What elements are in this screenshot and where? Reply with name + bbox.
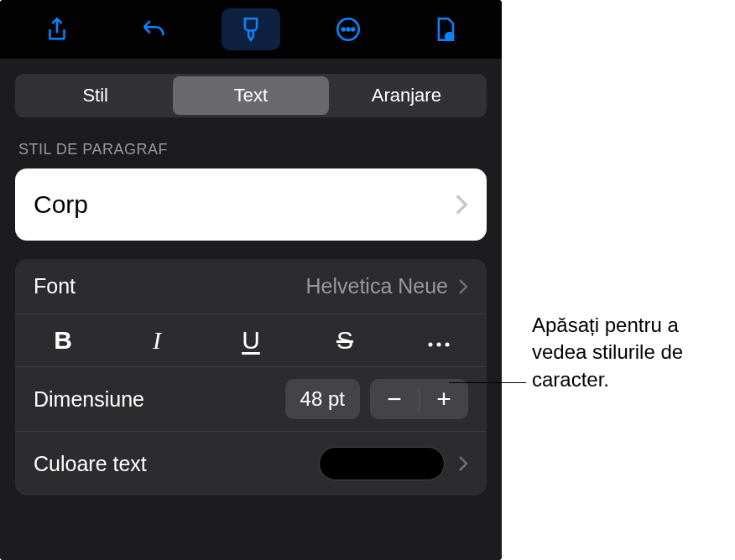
svg-point-1 [341,29,344,31]
top-toolbar [0,0,502,59]
bold-button[interactable]: B [34,326,92,355]
document-view-icon [430,15,459,44]
undo-icon [139,15,168,44]
share-icon [43,15,71,44]
brush-icon [237,15,265,44]
size-row: Dimensiune 48 pt − + [15,367,487,432]
paragraph-style-label: STIL DE PARAGRAF [15,141,487,158]
chevron-right-icon [458,455,468,472]
callout-text: Apăsați pentru a vedea stilurile de cara… [532,312,725,393]
text-options-list: Font Helvetica Neue B I U S [15,259,487,495]
document-view-button[interactable] [415,8,474,50]
text-format-row: B I U S [15,314,487,367]
font-row[interactable]: Font Helvetica Neue [15,259,487,314]
size-controls: 48 pt − + [285,379,468,419]
size-value-field[interactable]: 48 pt [285,379,360,419]
tab-aranjare[interactable]: Aranjare [329,76,484,115]
svg-point-7 [437,343,441,347]
size-label: Dimensiune [34,387,144,412]
format-tabs: Stil Text Aranjare [15,74,487,117]
italic-button[interactable]: I [128,326,186,355]
paragraph-style-selector[interactable]: Corp [15,169,487,241]
tab-text[interactable]: Text [173,76,328,115]
more-button[interactable] [319,8,378,50]
text-color-swatch[interactable] [319,447,445,480]
size-decrease-button[interactable]: − [370,379,419,419]
text-color-row[interactable]: Culoare text [15,432,487,495]
svg-point-2 [347,29,349,31]
svg-point-8 [446,343,450,347]
chevron-right-icon [455,194,468,215]
format-brush-button[interactable] [222,8,280,50]
font-value: Helvetica Neue [305,274,448,298]
svg-point-6 [429,343,433,347]
share-button[interactable] [28,8,86,50]
text-color-label: Culoare text [34,452,147,476]
tab-stil[interactable]: Stil [18,76,173,115]
svg-point-3 [352,29,354,31]
chevron-right-icon [458,278,468,295]
paragraph-style-value: Corp [34,190,88,219]
ellipsis-icon [426,340,451,349]
callout-line [449,382,526,383]
size-increase-button[interactable]: + [420,379,468,419]
size-stepper: − + [370,379,468,419]
strikethrough-button[interactable]: S [315,326,374,355]
undo-button[interactable] [124,8,183,50]
underline-button[interactable]: U [222,326,280,355]
more-icon [334,15,362,44]
font-label: Font [34,274,76,298]
format-panel: Stil Text Aranjare STIL DE PARAGRAF Corp… [0,0,502,560]
more-text-options-button[interactable] [409,326,468,355]
panel-content: Stil Text Aranjare STIL DE PARAGRAF Corp… [0,59,502,560]
